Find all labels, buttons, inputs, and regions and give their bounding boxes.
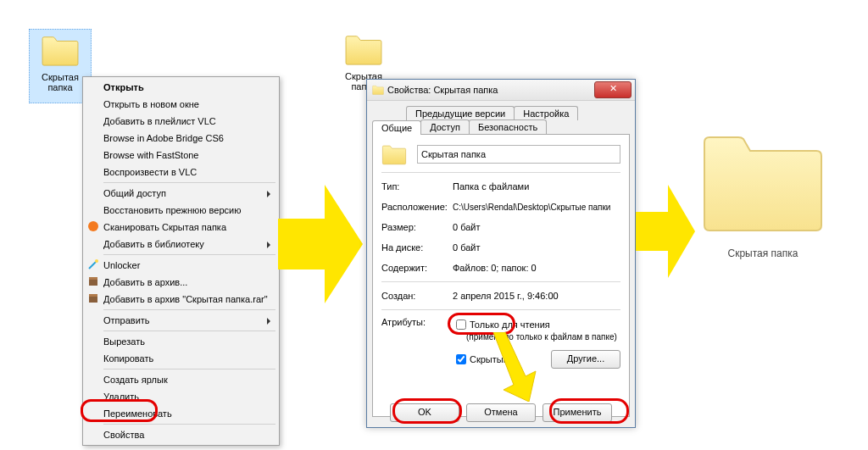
location-label: Расположение: — [381, 202, 453, 212]
type-value: Папка с файлами — [453, 181, 620, 192]
ctx-share[interactable]: Общий доступ — [85, 185, 277, 202]
location-value: C:\Users\Rendal\Desktop\Скрытые папки — [453, 203, 620, 212]
ctx-add-archive[interactable]: Добавить в архив... — [85, 274, 277, 291]
ctx-open[interactable]: Открыть — [85, 79, 277, 96]
size-label: Размер: — [381, 222, 453, 232]
folder-icon — [381, 143, 407, 165]
ctx-properties[interactable]: Свойства — [85, 426, 277, 443]
size-value: 0 байт — [453, 222, 620, 232]
readonly-checkbox-row[interactable]: Только для чтения — [453, 317, 620, 332]
archive-icon — [87, 275, 99, 287]
ondisk-value: 0 байт — [453, 242, 620, 253]
step3-folder[interactable]: Скрытая папка — [695, 125, 831, 259]
ctx-send-to[interactable]: Отправить — [85, 312, 277, 329]
scan-icon — [87, 220, 99, 232]
folder-icon — [699, 125, 826, 236]
step3-folder-label: Скрытая папка — [728, 247, 798, 259]
ondisk-label: На диске: — [381, 242, 453, 253]
ctx-restore-previous[interactable]: Восстановить прежнюю версию — [85, 202, 277, 219]
ctx-add-vlc-playlist[interactable]: Добавить в плейлист VLC — [85, 113, 277, 130]
tab-row-bottom: Общие Доступ Безопасность — [372, 119, 630, 134]
contains-label: Содержит: — [381, 263, 453, 273]
svg-rect-3 — [89, 277, 97, 280]
archive-icon — [87, 292, 99, 304]
folder-icon — [40, 33, 81, 67]
ctx-scan[interactable]: Сканировать Скрытая папка — [85, 219, 277, 236]
ctx-browse-bridge[interactable]: Browse in Adobe Bridge CS6 — [85, 130, 277, 147]
ctx-separator — [103, 309, 275, 310]
svg-point-1 — [95, 259, 98, 263]
ok-button[interactable]: OK — [390, 403, 459, 422]
contains-value: Файлов: 0; папок: 0 — [453, 263, 620, 273]
ctx-delete[interactable]: Удалить — [85, 388, 277, 405]
arrow-step2-to-step3 — [636, 185, 695, 278]
folder-icon — [343, 32, 384, 66]
dialog-buttons: OK Отмена Применить — [367, 403, 635, 422]
cancel-button[interactable]: Отмена — [466, 403, 536, 422]
arrow-hidden-to-apply — [488, 332, 539, 402]
close-button[interactable]: ✕ — [594, 81, 632, 98]
ctx-separator — [103, 331, 275, 331]
ctx-unlocker[interactable]: Unlocker — [85, 257, 277, 274]
ctx-separator — [103, 254, 275, 255]
ctx-play-vlc[interactable]: Воспроизвести в VLC — [85, 164, 277, 181]
dialog-titlebar[interactable]: Свойства: Скрытая папка ✕ — [367, 80, 635, 101]
folder-icon — [372, 84, 384, 96]
tab-row-top: Предыдущие версии Настройка — [372, 106, 630, 120]
other-attributes-button[interactable]: Другие... — [551, 350, 620, 369]
ctx-browse-faststone[interactable]: Browse with FastStone — [85, 147, 277, 164]
ctx-add-library[interactable]: Добавить в библиотеку — [85, 236, 277, 253]
svg-point-0 — [88, 221, 98, 231]
type-label: Тип: — [381, 181, 453, 192]
tab-previous-versions[interactable]: Предыдущие версии — [406, 106, 515, 120]
readonly-checkbox[interactable] — [456, 319, 466, 330]
tab-security[interactable]: Безопасность — [469, 119, 547, 134]
ctx-add-archive-rar[interactable]: Добавить в архив "Скрытая папка.rar" — [85, 291, 277, 308]
wand-icon — [87, 258, 99, 270]
ctx-open-new-window[interactable]: Открыть в новом окне — [85, 96, 277, 113]
dialog-title: Свойства: Скрытая папка — [387, 85, 498, 95]
ctx-copy[interactable]: Копировать — [85, 350, 277, 367]
folder-name-input[interactable] — [417, 145, 620, 164]
ctx-separator — [103, 424, 275, 425]
arrow-step1-to-step2 — [278, 185, 363, 303]
ctx-separator — [103, 369, 275, 369]
tab-access[interactable]: Доступ — [420, 119, 470, 134]
tab-settings[interactable]: Настройка — [514, 106, 578, 120]
svg-rect-5 — [89, 294, 97, 297]
hidden-checkbox[interactable] — [456, 354, 466, 364]
ctx-rename[interactable]: Переименовать — [85, 405, 277, 422]
tab-general[interactable]: Общие — [372, 120, 421, 135]
created-label: Создан: — [381, 291, 453, 301]
context-menu: Открыть Открыть в новом окне Добавить в … — [82, 76, 280, 446]
attrs-label: Атрибуты: — [381, 317, 453, 327]
ctx-cut[interactable]: Вырезать — [85, 333, 277, 350]
ctx-separator — [103, 182, 275, 183]
apply-button[interactable]: Применить — [542, 403, 612, 422]
created-value: 2 апреля 2015 г., 9:46:00 — [453, 291, 620, 301]
ctx-create-shortcut[interactable]: Создать ярлык — [85, 371, 277, 388]
